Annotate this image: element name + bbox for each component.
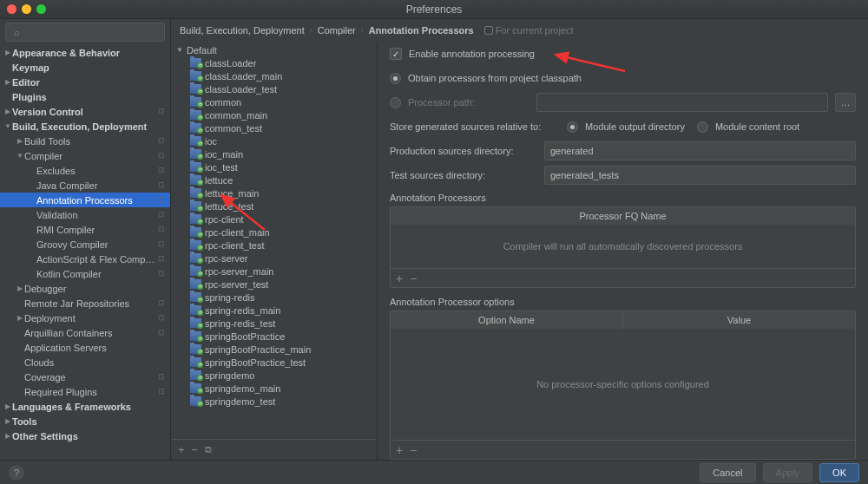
module-label: classLoader_main — [205, 71, 282, 82]
module-rpc-client[interactable]: ⟳rpc-client — [171, 213, 377, 226]
processor-path-radio[interactable] — [390, 97, 401, 108]
sidebar-item-application-servers[interactable]: Application Servers — [0, 340, 170, 355]
sidebar-item-keymap[interactable]: Keymap — [0, 60, 170, 75]
module-label: common_test — [205, 123, 262, 134]
module-classLoader_test[interactable]: ⟳classLoader_test — [171, 82, 377, 95]
module-rpc-server_test[interactable]: ⟳rpc-server_test — [171, 278, 377, 291]
chevron-down-icon: ▼ — [176, 46, 183, 54]
module-label: rpc-server_main — [205, 266, 273, 277]
sidebar-item-build-tools[interactable]: ▶Build Tools⊡ — [0, 134, 170, 148]
module-ioc_test[interactable]: ⟳ioc_test — [171, 160, 377, 173]
options-table: Option Name Value No processor-specific … — [390, 311, 856, 460]
sidebar-item-groovy-compiler[interactable]: Groovy Compiler⊡ — [0, 237, 170, 252]
add-processor-button[interactable]: + — [396, 271, 403, 285]
test-dir-input[interactable] — [544, 166, 856, 185]
module-lettuce_test[interactable]: ⟳lettuce_test — [171, 199, 377, 213]
module-label: rpc-client_test — [205, 240, 264, 251]
module-content-root-label: Module content root — [715, 121, 799, 132]
sidebar-item-plugins[interactable]: Plugins — [0, 89, 170, 104]
apply-button[interactable]: Apply — [763, 463, 813, 482]
sidebar-item-editor[interactable]: ▶Editor — [0, 75, 170, 89]
browse-path-button[interactable]: … — [835, 93, 856, 112]
project-scope-icon: ⊡ — [156, 328, 167, 338]
project-scope-icon: ⊡ — [156, 195, 167, 206]
module-ioc_main[interactable]: ⟳ioc_main — [171, 147, 377, 160]
module-lettuce_main[interactable]: ⟳lettuce_main — [171, 186, 377, 199]
module-ioc[interactable]: ⟳ioc — [171, 134, 377, 147]
sidebar-item-kotlin-compiler[interactable]: Kotlin Compiler⊡ — [0, 266, 170, 281]
module-rpc-server_main[interactable]: ⟳rpc-server_main — [171, 265, 377, 278]
sidebar-item-label: Languages & Frameworks — [12, 402, 156, 412]
project-scope-icon: ⊡ — [156, 166, 167, 176]
project-scope-icon: ⊡ — [156, 107, 167, 117]
cancel-button[interactable]: Cancel — [700, 463, 755, 482]
sidebar-item-label: Editor — [12, 77, 156, 88]
remove-profile-button[interactable]: − — [192, 443, 199, 456]
module-spring-redis_test[interactable]: ⟳spring-redis_test — [171, 317, 377, 330]
module-common_main[interactable]: ⟳common_main — [171, 108, 377, 121]
production-dir-input[interactable] — [544, 141, 856, 160]
copy-profile-button[interactable]: ⧉ — [205, 444, 212, 455]
test-dir-label: Test sources directory: — [390, 170, 537, 180]
module-content-root-radio[interactable] — [697, 121, 708, 133]
module-label: springdemo_test — [205, 396, 275, 407]
settings-tree[interactable]: ▶Appearance & BehaviorKeymap▶EditorPlugi… — [0, 45, 170, 460]
module-label: ioc_main — [205, 149, 243, 160]
sidebar-item-annotation-processors[interactable]: Annotation Processors⊡ — [0, 193, 170, 207]
sidebar-item-languages-frameworks[interactable]: ▶Languages & Frameworks — [0, 399, 170, 414]
module-common_test[interactable]: ⟳common_test — [171, 121, 377, 134]
form-panel: Enable annotation processing Obtain proc… — [378, 42, 868, 460]
module-springBootPractice_test[interactable]: ⟳springBootPractice_test — [171, 356, 377, 369]
ok-button[interactable]: OK — [819, 463, 859, 482]
module-classLoader[interactable]: ⟳classLoader — [171, 56, 377, 69]
sidebar-item-validation[interactable]: Validation⊡ — [0, 207, 170, 222]
module-springBootPractice_main[interactable]: ⟳springBootPractice_main — [171, 343, 377, 356]
add-option-button[interactable]: + — [396, 443, 403, 457]
module-rpc-client_main[interactable]: ⟳rpc-client_main — [171, 226, 377, 239]
module-output-radio[interactable] — [567, 121, 578, 133]
sidebar-item-clouds[interactable]: Clouds — [0, 355, 170, 370]
module-classLoader_main[interactable]: ⟳classLoader_main — [171, 69, 377, 82]
remove-option-button[interactable]: − — [410, 443, 417, 457]
sidebar-item-compiler[interactable]: ▼Compiler⊡ — [0, 148, 170, 163]
sidebar-item-build-execution-deployment[interactable]: ▼Build, Execution, Deployment — [0, 119, 170, 134]
module-tree[interactable]: ▼Default⟳classLoader⟳classLoader_main⟳cl… — [171, 42, 377, 439]
enable-annotation-checkbox[interactable] — [390, 48, 402, 60]
obtain-from-classpath-radio[interactable] — [390, 73, 401, 84]
sidebar-item-version-control[interactable]: ▶Version Control⊡ — [0, 104, 170, 119]
sidebar-item-arquillian-containers[interactable]: Arquillian Containers⊡ — [0, 325, 170, 340]
module-common[interactable]: ⟳common — [171, 95, 377, 108]
sidebar-item-rmi-compiler[interactable]: RMI Compiler⊡ — [0, 222, 170, 237]
module-folder-icon: ⟳ — [190, 357, 201, 367]
module-rpc-client_test[interactable]: ⟳rpc-client_test — [171, 239, 377, 252]
store-relative-label: Store generated sources relative to: — [390, 121, 560, 132]
module-spring-redis_main[interactable]: ⟳spring-redis_main — [171, 304, 377, 317]
add-profile-button[interactable]: + — [178, 443, 185, 456]
sidebar-item-label: Build, Execution, Deployment — [12, 121, 156, 132]
module-springBootPractice[interactable]: ⟳springBootPractice — [171, 330, 377, 343]
sidebar-item-required-plugins[interactable]: Required Plugins⊡ — [0, 384, 170, 399]
sidebar-item-coverage[interactable]: Coverage⊡ — [0, 370, 170, 384]
sidebar-item-java-compiler[interactable]: Java Compiler⊡ — [0, 178, 170, 193]
search-input[interactable] — [5, 23, 165, 42]
sidebar-item-actionscript-flex-compiler[interactable]: ActionScript & Flex Compiler⊡ — [0, 252, 170, 266]
sidebar-item-excludes[interactable]: Excludes⊡ — [0, 163, 170, 178]
module-springdemo_main[interactable]: ⟳springdemo_main — [171, 382, 377, 395]
sidebar-item-label: Application Servers — [24, 343, 156, 353]
module-springdemo_test[interactable]: ⟳springdemo_test — [171, 395, 377, 408]
module-lettuce[interactable]: ⟳lettuce — [171, 173, 377, 186]
module-spring-redis[interactable]: ⟳spring-redis — [171, 291, 377, 304]
sidebar-item-debugger[interactable]: ▶Debugger — [0, 281, 170, 296]
module-springdemo[interactable]: ⟳springdemo — [171, 369, 377, 382]
help-button[interactable]: ? — [9, 465, 24, 481]
module-rpc-server[interactable]: ⟳rpc-server — [171, 252, 377, 265]
sidebar-item-tools[interactable]: ▶Tools — [0, 414, 170, 428]
sidebar-item-other-settings[interactable]: ▶Other Settings — [0, 428, 170, 443]
module-label: springBootPractice_test — [205, 357, 306, 368]
profile-default[interactable]: ▼Default — [171, 43, 377, 56]
remove-processor-button[interactable]: − — [410, 271, 417, 285]
sidebar-item-deployment[interactable]: ▶Deployment⊡ — [0, 311, 170, 325]
sidebar-item-label: Other Settings — [12, 431, 156, 441]
sidebar-item-remote-jar-repositories[interactable]: Remote Jar Repositories⊡ — [0, 296, 170, 311]
sidebar-item-appearance-behavior[interactable]: ▶Appearance & Behavior — [0, 45, 170, 60]
